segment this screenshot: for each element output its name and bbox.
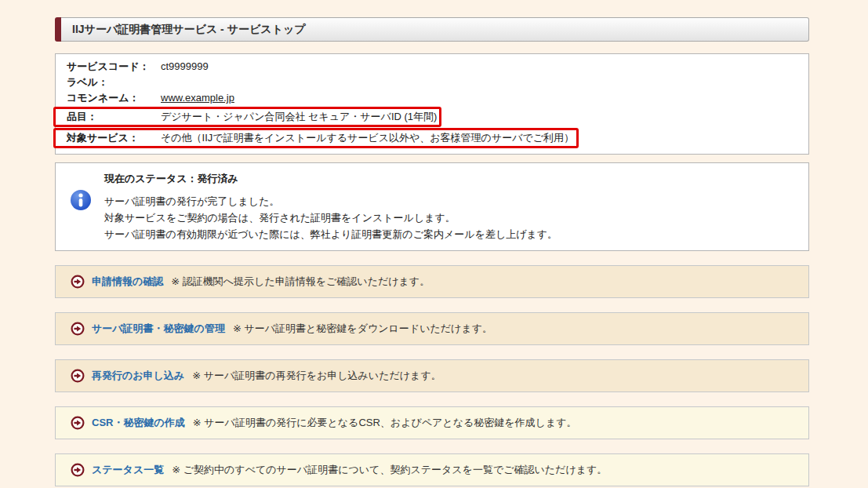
title-accent-bar: [55, 17, 61, 42]
highlight-annotation-product: 品目：デジサート・ジャパン合同会社 セキュア・サーバID (1年間): [53, 107, 441, 127]
title-bar-body: IIJサーバ証明書管理サービス - サービストップ: [61, 17, 809, 42]
product-label: 品目：: [67, 109, 161, 125]
arrow-right-circle-icon[interactable]: [71, 322, 85, 336]
page-title: IIJサーバ証明書管理サービス - サービストップ: [72, 23, 306, 37]
action-row-status-list: ステータス一覧 ※ ご契約中のすべてのサーバ証明書について、契約ステータスを一覧…: [55, 453, 809, 486]
product-value: デジサート・ジャパン合同会社 セキュア・サーバID (1年間): [161, 111, 437, 122]
service-info-panel: サービスコード：ct9999999 ラベル： コモンネーム：www.exampl…: [55, 53, 809, 155]
arrow-right-circle-icon[interactable]: [71, 275, 85, 289]
info-icon: [70, 189, 92, 242]
arrow-right-circle-icon[interactable]: [71, 463, 85, 477]
status-line: 対象サービスをご契約の場合は、発行された証明書をインストールします。: [104, 209, 797, 226]
action-row-cert-key-management: サーバ証明書・秘密鍵の管理 ※ サーバ証明書と秘密鍵をダウンロードいただけます。: [55, 312, 809, 345]
arrow-right-circle-icon[interactable]: [71, 416, 85, 430]
action-row-csr-key-create: CSR・秘密鍵の作成 ※ サーバ証明書の発行に必要となるCSR、およびペアとなる…: [55, 406, 809, 439]
application-info-note: ※ 認証機関へ提示した申請情報をご確認いただけます。: [171, 275, 430, 289]
common-name-value: www.example.jp: [161, 92, 234, 104]
reissue-link[interactable]: 再発行のお申し込み: [92, 369, 184, 383]
target-service-value: その他（IIJで証明書をインストールするサービス以外や、お客様管理のサーバでご利…: [161, 132, 574, 144]
label-row: ラベル：: [67, 75, 797, 90]
status-list-note: ※ ご契約中のすべてのサーバ証明書について、契約ステータスを一覧でご確認いただけ…: [172, 463, 607, 477]
cert-key-management-note: ※ サーバ証明書と秘密鍵をダウンロードいただけます。: [233, 322, 492, 336]
label-label: ラベル：: [67, 75, 161, 90]
service-code-label: サービスコード：: [67, 59, 161, 75]
service-code-value: ct9999999: [161, 60, 209, 72]
reissue-note: ※ サーバ証明書の再発行をお申し込みいただけます。: [192, 369, 441, 383]
cert-key-management-link[interactable]: サーバ証明書・秘密鍵の管理: [92, 322, 225, 336]
status-list-link[interactable]: ステータス一覧: [92, 463, 164, 477]
status-heading: 現在のステータス：発行済み: [104, 172, 797, 186]
action-row-reissue: 再発行のお申し込み ※ サーバ証明書の再発行をお申し込みいただけます。: [55, 359, 809, 392]
common-name-row: コモンネーム：www.example.jp: [67, 90, 797, 106]
status-line: サーバ証明書の有効期限が近づいた際には、弊社より証明書更新のご案内メールを差し上…: [104, 226, 797, 242]
application-info-link[interactable]: 申請情報の確認: [92, 275, 163, 289]
service-code-row: サービスコード：ct9999999: [67, 59, 797, 75]
status-text-column: 現在のステータス：発行済み サーバ証明書の発行が完了しました。 対象サービスをご…: [104, 170, 797, 242]
target-service-row: 対象サービス：その他（IIJで証明書をインストールするサービス以外や、お客様管理…: [67, 127, 797, 148]
status-line: サーバ証明書の発行が完了しました。: [104, 193, 797, 209]
arrow-right-circle-icon[interactable]: [71, 369, 85, 383]
page: IIJサーバ証明書管理サービス - サービストップ サービスコード：ct9999…: [0, 0, 868, 488]
csr-key-create-link[interactable]: CSR・秘密鍵の作成: [92, 416, 185, 430]
common-name-label: コモンネーム：: [67, 90, 161, 106]
main-content: IIJサーバ証明書管理サービス - サービストップ サービスコード：ct9999…: [55, 17, 809, 486]
action-row-application-info: 申請情報の確認 ※ 認証機関へ提示した申請情報をご確認いただけます。: [55, 265, 809, 298]
csr-key-create-note: ※ サーバ証明書の発行に必要となるCSR、およびペアとなる秘密鍵を作成します。: [193, 416, 577, 430]
product-row: 品目：デジサート・ジャパン合同会社 セキュア・サーバID (1年間): [67, 106, 797, 127]
highlight-annotation-target-service: 対象サービス：その他（IIJで証明書をインストールするサービス以外や、お客様管理…: [53, 128, 579, 148]
status-icon-column: [67, 170, 104, 242]
target-service-label: 対象サービス：: [67, 130, 161, 146]
page-title-bar: IIJサーバ証明書管理サービス - サービストップ: [55, 17, 809, 42]
status-panel: 現在のステータス：発行済み サーバ証明書の発行が完了しました。 対象サービスをご…: [55, 162, 809, 251]
